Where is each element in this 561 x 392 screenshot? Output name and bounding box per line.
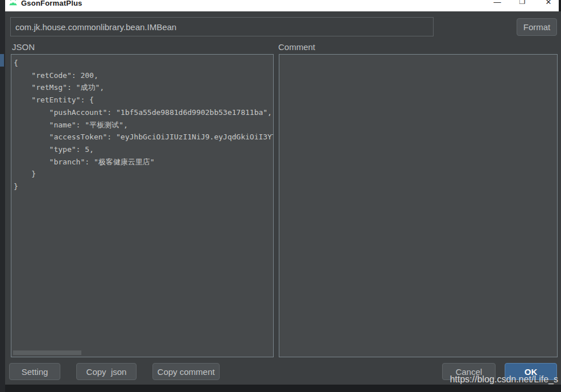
json-code-line: "branch": "极客健康云里店" — [14, 156, 273, 168]
json-code-line: "name": "平板测试", — [14, 119, 273, 131]
ide-left-blue-marker — [0, 54, 4, 67]
gsonformatplus-dialog: GsonFormatPlus — ❐ ✕ Format JSON Comment… — [0, 0, 561, 392]
maximize-button[interactable]: ❐ — [517, 0, 528, 6]
csdn-watermark: https://blog.csdn.net/Life_s — [450, 374, 558, 385]
json-panel-label: JSON — [12, 42, 35, 52]
setting-button[interactable]: Setting — [9, 363, 60, 380]
ide-background-bottom-strip — [0, 385, 561, 392]
json-code-line: { — [14, 57, 273, 69]
horizontal-scrollbar-thumb[interactable] — [13, 350, 81, 355]
window-right-edge — [559, 0, 561, 11]
window-titlebar: GsonFormatPlus — ❐ ✕ — [5, 0, 559, 11]
minimize-button[interactable]: — — [492, 0, 503, 6]
json-code-area[interactable]: { "retCode": 200, "retMsg": "成功", "retEn… — [11, 55, 273, 350]
json-code-line: "retCode": 200, — [14, 69, 273, 82]
ide-background-left-strip — [0, 0, 5, 392]
json-code-line: "accessToken": "eyJhbGciOiJIUzI1NiJ9.eyJ… — [14, 131, 273, 143]
format-button[interactable]: Format — [517, 18, 557, 36]
android-robot-icon — [8, 0, 18, 6]
json-code-line: "type": 5, — [14, 143, 273, 156]
comment-panel-label: Comment — [278, 42, 315, 52]
close-button[interactable]: ✕ — [543, 0, 554, 6]
comment-editor-panel[interactable] — [279, 54, 558, 357]
json-code-line: "retEntity": { — [14, 94, 273, 106]
json-code-line: "pushAccount": "1bf5a55de9881d6d9902bb53… — [14, 106, 273, 119]
json-code-line: "retMsg": "成功", — [14, 81, 273, 94]
bean-class-path-input[interactable] — [10, 17, 434, 36]
json-code-line: } — [14, 168, 273, 180]
copy-json-button[interactable]: Copy json — [76, 363, 137, 380]
copy-comment-button[interactable]: Copy comment — [152, 363, 220, 380]
json-code-line: } — [14, 180, 273, 193]
json-editor-panel[interactable]: { "retCode": 200, "retMsg": "成功", "retEn… — [11, 54, 274, 357]
window-title: GsonFormatPlus — [21, 0, 82, 7]
